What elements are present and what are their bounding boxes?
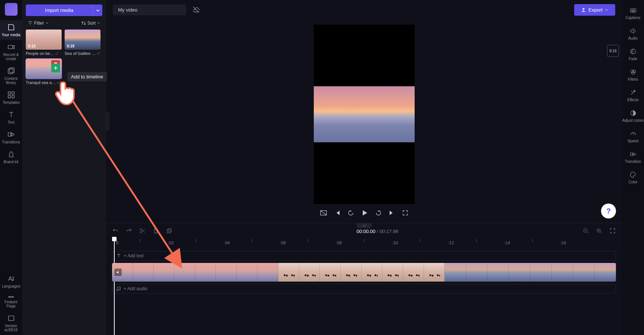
clip-mute-button[interactable] (114, 269, 122, 276)
ruler-mark: :16 (560, 241, 566, 245)
preview-canvas[interactable] (314, 25, 415, 204)
skip-back-button[interactable] (334, 210, 341, 217)
speed-button[interactable]: Speed (622, 126, 644, 147)
app-logo[interactable] (5, 3, 18, 16)
sidebar-label: Feature Flags (0, 300, 22, 308)
media-thumb-people: 0:15 (26, 30, 62, 50)
speed-icon (629, 130, 637, 137)
export-button[interactable]: Export (574, 4, 615, 16)
sidebar-languages[interactable]: Languages (0, 272, 22, 291)
transition-button[interactable]: Transition (622, 147, 644, 167)
stage-collapse-button[interactable] (357, 223, 372, 228)
transitions-icon (7, 130, 15, 139)
trash-icon (152, 227, 159, 234)
add-to-timeline-button[interactable] (51, 63, 60, 72)
zoom-out-icon (582, 227, 589, 234)
total-time: 00:17.98 (380, 229, 399, 234)
sidebar-label: Templates (3, 100, 20, 105)
zoom-in-button[interactable] (596, 227, 603, 235)
svg-rect-6 (12, 96, 14, 98)
import-media-button[interactable]: Import media (26, 4, 93, 16)
upload-icon (581, 7, 586, 12)
add-tooltip: Add to timeline (67, 72, 107, 81)
transition-icon (629, 151, 637, 158)
sidebar-your-media[interactable]: Your media (0, 20, 22, 40)
delete-clip-button[interactable] (152, 227, 159, 235)
text-track[interactable]: + Add text (112, 251, 616, 261)
duplicate-button[interactable] (166, 227, 173, 235)
filter-label: Filter (34, 21, 44, 26)
sidebar-label: Text (7, 120, 14, 124)
collapse-panel-button[interactable] (105, 112, 109, 131)
left-sidebar: Your media Record & create Content libra… (0, 0, 22, 335)
import-media-dropdown[interactable] (93, 4, 102, 16)
safe-zone-button[interactable] (320, 209, 327, 218)
split-button[interactable] (139, 227, 146, 235)
label: Color (629, 180, 638, 184)
effects-button[interactable]: Effects (622, 85, 644, 106)
sidebar-transitions[interactable]: Transitions (0, 127, 22, 147)
chevron-down-icon (605, 8, 609, 12)
play-button[interactable] (361, 209, 368, 218)
sidebar-label: Your media (1, 33, 20, 37)
filter-icon (28, 21, 32, 25)
check-icon (56, 81, 60, 84)
svg-rect-5 (8, 96, 10, 98)
zoom-out-button[interactable] (582, 227, 589, 235)
clip-tranquil[interactable] (112, 263, 278, 282)
fade-icon (629, 48, 637, 55)
skip-fwd-button[interactable] (388, 210, 395, 217)
fade-button[interactable]: Fade (622, 44, 644, 65)
adjust-colors-button[interactable]: Adjust colors (622, 106, 644, 126)
sidebar-brand-kit[interactable]: Brand kit (0, 147, 22, 167)
filter-button[interactable]: Filter (28, 21, 49, 26)
undo-button[interactable] (112, 227, 119, 235)
check-icon (96, 52, 100, 55)
media-icon (7, 23, 15, 31)
forward-button[interactable] (375, 210, 382, 217)
svg-rect-23 (630, 153, 632, 156)
captions-button[interactable]: CC Captions (622, 3, 644, 24)
sidebar-templates[interactable]: Templates (0, 88, 22, 108)
cloud-sync-button[interactable] (191, 4, 201, 16)
video-track[interactable] (112, 263, 616, 282)
aspect-ratio-button[interactable]: 9:16 (607, 45, 619, 57)
sort-button[interactable]: Sort (81, 21, 100, 26)
video-name-input[interactable] (113, 4, 186, 15)
rewind-button[interactable] (347, 210, 354, 217)
templates-icon (7, 91, 15, 99)
sidebar-feature-flags[interactable]: ••• Feature Flags (0, 291, 22, 311)
sidebar-content-library[interactable]: Content library (0, 64, 22, 88)
timeline-ruler[interactable]: :0 :02 :04 :06 :08 :10 :12 :14 :16 (112, 239, 616, 248)
zoom-fit-button[interactable] (609, 227, 616, 235)
effects-icon (629, 89, 637, 96)
sidebar-text[interactable]: Text (0, 108, 22, 127)
fullscreen-icon (402, 210, 409, 216)
media-item-selected[interactable]: Tranquil sea a… (26, 59, 62, 85)
help-button[interactable]: ? (601, 204, 616, 218)
sidebar-record[interactable]: Record & create (0, 40, 22, 64)
skip-back-icon (334, 210, 341, 216)
redo-button[interactable] (126, 227, 132, 235)
right-sidebar: CC Captions Audio Fade Filters Effects A… (622, 0, 644, 335)
play-icon (361, 209, 368, 217)
ellipsis-icon: ••• (8, 294, 14, 300)
sidebar-version[interactable]: Version ac5f516 (0, 311, 22, 335)
media-item[interactable]: 0:15 People on be… (26, 30, 62, 56)
svg-rect-2 (9, 68, 14, 73)
svg-point-11 (140, 232, 142, 233)
fullscreen-button[interactable] (402, 210, 409, 217)
clip-galilee[interactable] (445, 263, 616, 282)
zoom-in-icon (596, 227, 603, 234)
filters-button[interactable]: Filters (622, 65, 644, 85)
forward-icon (375, 210, 382, 216)
topbar: Export (106, 0, 622, 19)
clip-people[interactable] (278, 263, 445, 282)
audio-track[interactable]: + Add audio (112, 284, 616, 294)
audio-button[interactable]: Audio (622, 24, 644, 44)
color-button[interactable]: Color (622, 167, 644, 188)
speaker-icon (629, 27, 637, 35)
duplicate-icon (166, 227, 173, 234)
chevron-down-icon (96, 9, 100, 12)
media-item[interactable]: 0:19 Sea of Galilee … (65, 30, 100, 56)
